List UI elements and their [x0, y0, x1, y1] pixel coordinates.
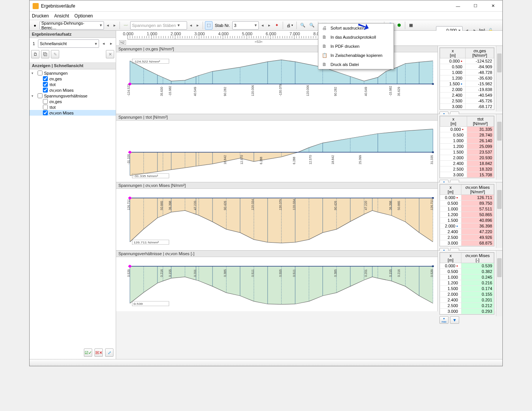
- tree-checkbox[interactable]: [43, 76, 48, 81]
- section-icon[interactable]: ⬢: [395, 21, 403, 30]
- max-filter-icon[interactable]: ▾max: [439, 316, 449, 324]
- table-row[interactable]: 2.000 ▪36.398: [440, 223, 494, 229]
- stab-number-combo[interactable]: 3▾: [232, 21, 259, 30]
- copy-set-icon[interactable]: ⿻: [41, 50, 49, 58]
- print-menu-file[interactable]: 🗎Druck als Datei: [318, 60, 393, 69]
- tree-item-2[interactable]: τtot: [30, 82, 116, 87]
- print-menu-protocol[interactable]: 🗎In das Ausdruckprotokoll: [318, 33, 393, 42]
- tree-item-4[interactable]: ▾Spannungsverhältnisse: [30, 93, 116, 99]
- zoom-out-icon[interactable]: 🔍: [308, 21, 316, 30]
- close-button[interactable]: ✕: [484, 0, 502, 12]
- prev-analysis[interactable]: ◄: [105, 21, 111, 30]
- table-row[interactable]: 3.0000.293: [440, 309, 494, 314]
- set-name-combo[interactable]: Schnellansicht▾: [38, 39, 99, 48]
- table-scrollbar[interactable]: [496, 182, 502, 248]
- diagram-icon[interactable]: 〰: [122, 21, 129, 30]
- table-row[interactable]: 1.5000.174: [440, 286, 494, 292]
- table-row[interactable]: 2.40047.220: [440, 229, 494, 235]
- set-next[interactable]: ►: [108, 39, 114, 48]
- prev-result[interactable]: ◄: [188, 21, 194, 30]
- print-dropdown[interactable]: 🖨▾: [285, 21, 294, 30]
- table-row[interactable]: 2.4000.201: [440, 297, 494, 303]
- table-row[interactable]: 1.0000.245: [440, 275, 494, 280]
- next-analysis[interactable]: ►: [112, 21, 118, 30]
- result-type-combo[interactable]: Spannungen an Stäben▾: [130, 21, 187, 30]
- table-scrollbar[interactable]: [496, 251, 502, 316]
- tree-item-6[interactable]: τtot: [30, 104, 116, 110]
- print-menu-pdf[interactable]: 🗎In PDF drucken: [318, 42, 393, 51]
- table-row[interactable]: 0.000 ▪0.539: [440, 263, 494, 269]
- table-row[interactable]: 2.00020.930: [440, 155, 494, 161]
- table-row[interactable]: 1.50023.537: [440, 149, 494, 155]
- minimize-button[interactable]: —: [449, 0, 467, 12]
- chart-row-3: Spannungsverhältnisse | σv,von Mises [-]…: [116, 251, 502, 311]
- next-result[interactable]: ►: [195, 21, 201, 30]
- select-member-icon[interactable]: ⬚: [205, 21, 212, 30]
- table-row[interactable]: 1.20050.865: [440, 212, 494, 218]
- tree-item-7[interactable]: σv,von Mises: [30, 110, 116, 116]
- table-row[interactable]: 0.50028.740: [440, 132, 494, 138]
- target-icon[interactable]: ✦: [273, 21, 281, 30]
- table-row[interactable]: 3.000-68.172: [440, 104, 494, 110]
- table-row[interactable]: 1.000-48.728: [440, 70, 494, 75]
- prev-stab[interactable]: ◄: [260, 21, 266, 30]
- table-row[interactable]: 2.0000.155: [440, 292, 494, 297]
- table-row[interactable]: 1.500 ▪-15.982: [440, 81, 494, 87]
- delete-set-icon[interactable]: ✕: [106, 50, 114, 58]
- menu-ansicht[interactable]: Ansicht: [54, 13, 69, 19]
- tree-checkbox[interactable]: [43, 82, 48, 87]
- tree-item-5[interactable]: σx,ges: [30, 99, 116, 104]
- table-row[interactable]: 1.20025.099: [440, 144, 494, 149]
- table-row[interactable]: 0.500-84.909: [440, 64, 494, 70]
- table-row[interactable]: 0.000 ▪31.335: [440, 127, 494, 132]
- print-menu-clipboard[interactable]: 📋In Zwischenablage kopieren: [318, 51, 393, 60]
- table-row[interactable]: 1.2000.216: [440, 280, 494, 286]
- table-row[interactable]: 2.400-40.549: [440, 93, 494, 98]
- table-row[interactable]: 0.000 ▪-124.522: [440, 58, 494, 64]
- table-scrollbar[interactable]: [496, 114, 502, 180]
- check-all-icon[interactable]: ☑✓: [84, 348, 92, 357]
- bullet-icon[interactable]: ●: [31, 21, 39, 30]
- table-row[interactable]: 3.00015.708: [440, 172, 494, 178]
- tree-checkbox[interactable]: [43, 88, 48, 93]
- set-prev[interactable]: ◄: [101, 39, 107, 48]
- table-row[interactable]: 2.500-45.726: [440, 98, 494, 104]
- tree-checkbox[interactable]: [43, 110, 48, 115]
- tree-checkbox[interactable]: [43, 99, 48, 104]
- zoom-in-icon[interactable]: 🔍: [299, 21, 307, 30]
- table-row[interactable]: 1.00026.140: [440, 138, 494, 144]
- tree-item-1[interactable]: σx,ges: [30, 76, 116, 82]
- tree-group-checkbox[interactable]: [38, 93, 42, 98]
- table-row[interactable]: 2.50018.320: [440, 166, 494, 172]
- next-stab[interactable]: ►: [266, 21, 272, 30]
- table-row[interactable]: 0.50089.750: [440, 201, 494, 206]
- menu-optionen[interactable]: Optionen: [74, 13, 93, 19]
- edit-set-icon[interactable]: ✎: [51, 50, 59, 58]
- svg-text:50.865: 50.865: [397, 201, 401, 210]
- table-row[interactable]: 2.5000.212: [440, 303, 494, 309]
- table-row[interactable]: 3.00068.875: [440, 240, 494, 246]
- table-row[interactable]: 2.50049.926: [440, 235, 494, 240]
- tree-checkbox[interactable]: [43, 105, 48, 110]
- table-row[interactable]: 0.5000.382: [440, 269, 494, 275]
- menu-drucken[interactable]: Drucken: [32, 13, 49, 19]
- expand-icon[interactable]: ⤢: [105, 348, 113, 357]
- twist-icon[interactable]: ▾: [30, 71, 35, 75]
- table-scrollbar[interactable]: [496, 46, 502, 111]
- twist-icon[interactable]: ▾: [30, 94, 35, 98]
- table-row[interactable]: 2.000-19.838: [440, 87, 494, 93]
- uncheck-all-icon[interactable]: ☒✕: [94, 348, 103, 357]
- table-row[interactable]: 1.00057.511: [440, 206, 494, 212]
- table-row[interactable]: 1.200-35.630: [440, 75, 494, 81]
- maximize-button[interactable]: ☐: [467, 0, 484, 12]
- tree-group-checkbox[interactable]: [38, 71, 42, 75]
- layout-icon[interactable]: ▦: [407, 21, 415, 30]
- analysis-combo[interactable]: Spannungs-Dehnungs-Berec…▾: [39, 21, 104, 30]
- table-row[interactable]: 1.50040.896: [440, 218, 494, 223]
- tree-item-0[interactable]: ▾Spannungen: [30, 70, 116, 76]
- table-row[interactable]: 0.000 ▪126.711: [440, 195, 494, 201]
- new-set-icon[interactable]: 🗋: [31, 50, 39, 58]
- table-row[interactable]: 2.40018.842: [440, 161, 494, 166]
- tree-item-3[interactable]: σv,von Mises: [30, 87, 116, 93]
- filter-icon[interactable]: ▼: [450, 316, 459, 324]
